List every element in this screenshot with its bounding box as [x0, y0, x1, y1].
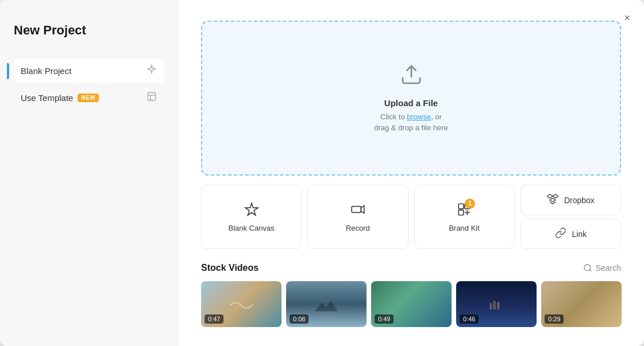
upload-icon: [400, 63, 423, 91]
main-content: × Upload a File Click to browse, ordrag …: [178, 0, 644, 346]
notification-badge: 1: [465, 199, 475, 209]
svg-rect-4: [352, 206, 361, 212]
stock-search[interactable]: Search: [583, 263, 621, 273]
brand-kit-button[interactable]: 1 Brand Kit: [414, 185, 515, 249]
dropbox-button[interactable]: Dropbox: [520, 185, 621, 215]
blank-canvas-button[interactable]: Blank Canvas: [201, 185, 302, 249]
sidebar-item-use-template[interactable]: Use Template NEW: [14, 85, 164, 110]
video-duration-2: 0:08: [290, 314, 308, 324]
stock-videos-title: Stock Videos: [201, 263, 259, 273]
link-button[interactable]: Link: [520, 219, 621, 249]
action-buttons-row: Blank Canvas Record: [201, 185, 621, 249]
stock-video-4[interactable]: 0:46: [456, 281, 537, 327]
upload-zone[interactable]: Upload a File Click to browse, ordrag & …: [201, 21, 621, 176]
video-preview-1: [230, 293, 253, 316]
brand-kit-label: Brand Kit: [449, 224, 479, 232]
search-icon: [583, 263, 592, 273]
template-icon: [146, 91, 157, 104]
blank-project-label: Blank Project: [21, 66, 71, 76]
svg-rect-10: [230, 297, 253, 312]
brand-kit-icon: 1: [457, 202, 472, 219]
svg-line-9: [589, 270, 591, 271]
blank-canvas-label: Blank Canvas: [229, 224, 275, 232]
video-duration-1: 0:47: [205, 314, 223, 324]
upload-title: Upload a File: [384, 98, 438, 108]
svg-rect-7: [458, 210, 464, 215]
stock-videos-header: Stock Videos Search: [201, 263, 621, 273]
sidebar-item-blank-project[interactable]: Blank Project: [14, 59, 164, 83]
svg-rect-12: [493, 301, 496, 309]
record-button[interactable]: Record: [307, 185, 408, 249]
video-duration-5: 0:29: [545, 314, 564, 324]
sparkle-icon: [146, 64, 157, 77]
svg-point-8: [584, 265, 591, 271]
stock-video-5[interactable]: 0:29: [541, 281, 622, 327]
stock-video-3[interactable]: 0:49: [371, 281, 452, 327]
link-icon: [555, 227, 566, 240]
svg-rect-0: [148, 92, 156, 100]
video-duration-3: 0:49: [375, 314, 394, 324]
stock-video-2[interactable]: 0:08: [286, 281, 367, 327]
dropbox-label: Dropbox: [564, 196, 595, 205]
use-template-label: Use Template: [21, 93, 73, 103]
stock-video-grid: 0:47 0:08 0:49: [201, 281, 621, 327]
video-duration-4: 0:46: [460, 314, 479, 324]
svg-rect-5: [458, 204, 464, 209]
modal-title: New Project: [14, 23, 164, 38]
svg-rect-11: [490, 303, 492, 309]
video-preview-4: [488, 296, 505, 313]
record-label: Record: [346, 224, 370, 232]
svg-rect-13: [498, 302, 500, 309]
stock-video-1[interactable]: 0:47: [201, 281, 281, 327]
browse-link[interactable]: browse: [407, 112, 431, 121]
blank-canvas-icon: [244, 202, 259, 219]
record-icon: [350, 202, 365, 219]
link-label: Link: [572, 230, 587, 239]
new-project-modal: New Project Blank Project Use Template N…: [0, 0, 644, 346]
upload-subtitle: Click to browse, ordrag & drop a file he…: [374, 111, 448, 134]
close-button[interactable]: ×: [622, 10, 633, 25]
search-label: Search: [596, 263, 621, 273]
new-badge: NEW: [78, 94, 99, 102]
right-actions-col: Dropbox Link: [520, 185, 621, 249]
video-preview-2: [315, 293, 338, 316]
sidebar: New Project Blank Project Use Template N…: [0, 0, 178, 346]
dropbox-icon: [547, 193, 558, 207]
